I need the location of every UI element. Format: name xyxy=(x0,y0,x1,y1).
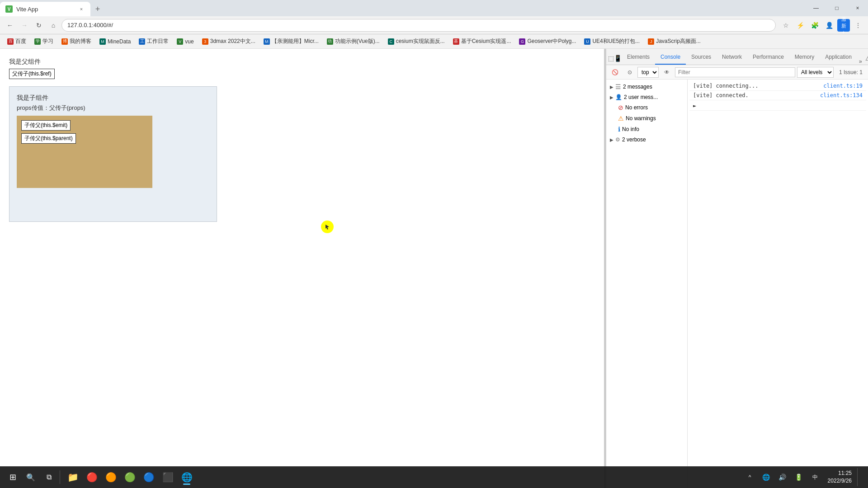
forward-button[interactable]: → xyxy=(18,19,31,32)
bookmark-item[interactable]: 3 3dmax 2022中文... xyxy=(198,36,259,47)
console-clear-button[interactable]: 🚫 xyxy=(608,67,622,78)
address-right-icons: ☆ ⚡ 🧩 👤 激新+ ⋮ xyxy=(779,19,864,32)
taskbar-app-3[interactable]: 🟢 xyxy=(121,468,139,486)
active-tab[interactable]: V Vite App × xyxy=(0,2,90,16)
child-component-label: 我是子组件 xyxy=(17,94,209,102)
bookmark-item[interactable]: U UE4和UE5的打包... xyxy=(580,36,643,47)
tab-elements[interactable]: Elements xyxy=(622,50,655,65)
new-tab-button[interactable]: + xyxy=(90,2,105,16)
home-button[interactable]: ⌂ xyxy=(47,19,60,32)
ime-icon: 中 xyxy=(812,474,818,481)
bookmark-icon: M xyxy=(264,38,270,45)
child-parent-button[interactable]: 子传父(this.$parent) xyxy=(21,133,76,144)
expand-arrow-icon: ▶ xyxy=(610,84,613,89)
taskbar: ⊞ 🔍 ⧉ 📁 🔴 🟠 🟢 🔵 ⬛ xyxy=(0,466,868,488)
maximize-button[interactable]: □ xyxy=(826,0,847,16)
tab-console[interactable]: Console xyxy=(655,50,686,65)
console-filter-button[interactable]: ⊙ xyxy=(624,67,636,78)
log-source-link[interactable]: client.ts:134 xyxy=(820,92,863,99)
bookmark-item[interactable]: J JavaScrip高频面... xyxy=(644,36,704,47)
close-button[interactable]: × xyxy=(847,0,868,16)
tab-memory[interactable]: Memory xyxy=(789,50,820,65)
tray-show-hidden-button[interactable]: ^ xyxy=(743,470,757,484)
extensions-button[interactable]: 🧩 xyxy=(808,19,821,32)
bookmark-icon: G xyxy=(519,38,525,45)
taskbar-start-button[interactable]: ⊞ xyxy=(4,468,22,486)
performance-button[interactable]: ⚡ xyxy=(794,19,807,32)
sidebar-item-messages[interactable]: ▶ ☰ 2 messages xyxy=(606,81,687,92)
taskbar-app-5[interactable]: ⬛ xyxy=(159,468,177,486)
log-source-link[interactable]: client.ts:19 xyxy=(823,83,863,89)
bookmark-item[interactable]: 基 基于Cesium实现遥... xyxy=(449,36,515,47)
tab-sources[interactable]: Sources xyxy=(686,50,717,65)
taskbar-taskview-button[interactable]: ⧉ xyxy=(40,468,58,486)
main-area: 我是父组件 父传子(this.$ref) 我是子组件 props传值：父传子(p… xyxy=(0,49,868,488)
tray-volume-icon[interactable]: 🔊 xyxy=(775,470,790,484)
taskbar-app-chrome[interactable]: 🌐 xyxy=(178,468,196,486)
devtools-device-button[interactable]: 📱 xyxy=(614,52,622,65)
bookmark-item[interactable]: G Geoserver中Polyg... xyxy=(515,36,580,47)
bookmark-item[interactable]: 工 工作日常 xyxy=(135,36,172,47)
taskbar-app-4[interactable]: 🔵 xyxy=(140,468,158,486)
devtools-console-errors-button[interactable]: ⚠1 xyxy=(864,52,868,65)
tab-application[interactable]: Application xyxy=(820,50,857,65)
bookmark-star-button[interactable]: ☆ xyxy=(779,19,792,32)
console-main: [vite] connecting... client.ts:19 [vite]… xyxy=(688,80,868,488)
log-text: [vite] connected. xyxy=(693,92,818,99)
info-icon: ℹ xyxy=(618,126,620,133)
minimize-button[interactable]: — xyxy=(806,0,826,16)
taskbar-app-file-explorer[interactable]: 📁 xyxy=(64,468,82,486)
bookmark-item[interactable]: 功 功能示例(Vue版)... xyxy=(323,36,383,47)
warnings-label: No warnings xyxy=(626,115,656,122)
taskbar-search-button[interactable]: 🔍 xyxy=(22,468,40,486)
profile-button[interactable]: 👤 xyxy=(823,19,835,32)
app2-icon: 🟠 xyxy=(105,472,117,483)
parent-component-container: 我是子组件 props传值：父传子(props) 子传父(this.$emit)… xyxy=(9,86,217,222)
tray-ime-icon[interactable]: 中 xyxy=(808,470,822,484)
sidebar-item-user-messages[interactable]: ▶ 👤 2 user mess... xyxy=(606,92,687,102)
bookmark-item[interactable]: 博 我的博客 xyxy=(58,36,95,47)
back-button[interactable]: ← xyxy=(4,19,16,32)
bookmark-icon: 3 xyxy=(202,38,208,45)
console-context-select[interactable]: top xyxy=(637,67,659,78)
tab-performance[interactable]: Performance xyxy=(747,50,789,65)
console-eye-button[interactable]: 👁 xyxy=(660,67,673,78)
child-props-label: props传值：父传子(props) xyxy=(17,104,209,112)
show-desktop-button[interactable] xyxy=(857,468,861,486)
bookmark-item[interactable]: M 【亲测能用】Micr... xyxy=(260,36,322,47)
bookmark-icon: 基 xyxy=(453,38,459,45)
bookmark-icon: C xyxy=(388,38,394,45)
bookmark-item[interactable]: 百 百度 xyxy=(4,36,30,47)
bookmark-item[interactable]: 学 学习 xyxy=(31,36,57,47)
tray-battery-icon[interactable]: 🔋 xyxy=(792,470,806,484)
bookmark-item[interactable]: C cesium实现鼠面反... xyxy=(384,36,448,47)
devtools-inspect-button[interactable]: ⬚ xyxy=(608,52,614,65)
system-clock[interactable]: 11:25 2022/9/26 xyxy=(824,469,855,485)
bookmark-item[interactable]: V vue xyxy=(173,36,197,47)
sidebar-item-warnings[interactable]: ⚠ No warnings xyxy=(606,113,687,124)
console-filter-input[interactable] xyxy=(675,67,795,77)
bookmark-item[interactable]: M MineData xyxy=(96,36,134,47)
sidebar-item-verbose[interactable]: ▶ ⚙ 2 verbose xyxy=(606,135,687,145)
taskbar-app-2[interactable]: 🟠 xyxy=(102,468,120,486)
bookmark-icon: 工 xyxy=(139,38,145,45)
child-emit-button[interactable]: 子传父(this.$emit) xyxy=(21,120,71,131)
bookmark-label: MineData xyxy=(108,38,131,45)
address-input[interactable] xyxy=(61,19,776,32)
tab-title: Vite App xyxy=(16,6,74,13)
bookmark-icon: 百 xyxy=(7,38,14,45)
sidebar-item-info[interactable]: ℹ No info xyxy=(606,124,687,135)
sidebar-item-errors[interactable]: ⊘ No errors xyxy=(606,102,687,113)
tab-network[interactable]: Network xyxy=(717,50,747,65)
bookmark-label: 基于Cesium实现遥... xyxy=(461,38,511,45)
tray-network-icon[interactable]: 🌐 xyxy=(759,470,774,484)
taskbar-app-1[interactable]: 🔴 xyxy=(83,468,101,486)
tab-close-button[interactable]: × xyxy=(78,5,85,13)
devtools-more-tabs-button[interactable]: » xyxy=(857,58,864,65)
bookmarks-bar: 百 百度 学 学习 博 我的博客 M MineData 工 工作日常 V vue… xyxy=(0,34,868,49)
reload-button[interactable]: ↻ xyxy=(33,19,45,32)
console-level-select[interactable]: All levels Verbose Info Warnings Errors xyxy=(797,67,834,78)
menu-button[interactable]: ⋮ xyxy=(852,19,864,32)
parent-ref-button[interactable]: 父传子(this.$ref) xyxy=(9,69,55,79)
new-feature-button[interactable]: 激新+ xyxy=(837,19,850,32)
